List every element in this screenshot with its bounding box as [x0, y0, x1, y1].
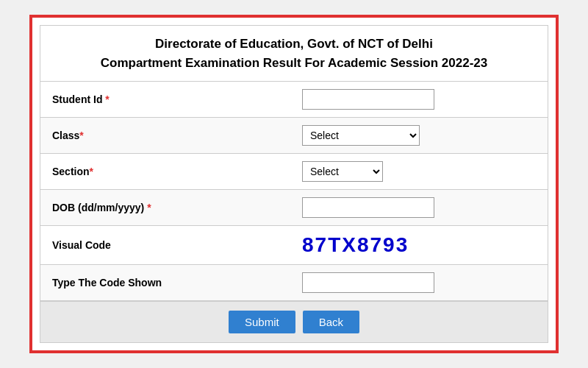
title-line1: Directorate of Education, Govt. of NCT o… — [155, 37, 433, 51]
student-id-label: Student Id * — [52, 93, 302, 105]
type-code-row: Type The Code Shown — [40, 265, 548, 301]
visual-code-value: 87TX8793 — [302, 233, 409, 256]
visual-code-label: Visual Code — [52, 239, 302, 251]
section-label: Section* — [52, 166, 302, 177]
class-control: Select — [302, 125, 536, 146]
dob-label: DOB (dd/mm/yyyy) * — [52, 202, 302, 213]
student-id-control — [302, 89, 536, 110]
form-title: Directorate of Education, Govt. of NCT o… — [40, 26, 548, 82]
section-select[interactable]: Select — [302, 161, 383, 182]
dob-row: DOB (dd/mm/yyyy) * — [40, 190, 548, 226]
student-id-row: Student Id * — [40, 82, 548, 118]
class-select[interactable]: Select — [302, 125, 420, 146]
form-container: Directorate of Education, Govt. of NCT o… — [40, 25, 548, 343]
outer-border: Directorate of Education, Govt. of NCT o… — [29, 15, 559, 353]
class-row: Class* Select — [40, 118, 548, 154]
class-label: Class* — [52, 130, 302, 141]
type-code-control — [302, 272, 536, 293]
visual-code-row: Visual Code 87TX8793 — [40, 226, 548, 265]
section-control: Select — [302, 161, 536, 182]
back-button[interactable]: Back — [303, 311, 359, 333]
dob-input[interactable] — [302, 197, 434, 218]
submit-button[interactable]: Submit — [229, 311, 295, 333]
title-line2: Compartment Examination Result For Acade… — [101, 56, 488, 70]
visual-code-display: 87TX8793 — [302, 233, 536, 257]
dob-control — [302, 197, 536, 218]
section-row: Section* Select — [40, 154, 548, 190]
type-code-input[interactable] — [302, 272, 434, 293]
type-code-label: Type The Code Shown — [52, 277, 302, 289]
student-id-input[interactable] — [302, 89, 434, 110]
buttons-row: Submit Back — [40, 301, 548, 342]
